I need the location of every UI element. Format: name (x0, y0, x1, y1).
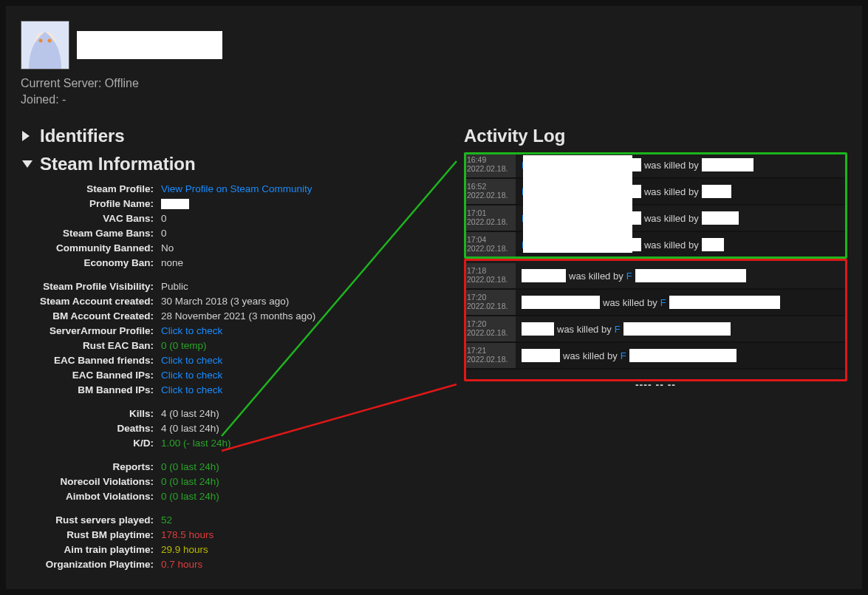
activity-row[interactable]: 17:202022.02.18.was killed byF (464, 290, 847, 316)
chevron-down-icon (21, 157, 34, 171)
redacted-name (522, 322, 554, 336)
player-link[interactable]: F (626, 271, 632, 282)
activity-row[interactable]: 17:042022.02.18.Fwas killed by (464, 232, 847, 259)
eac-friends-link[interactable]: Click to check (161, 355, 222, 366)
kd-value: 1.00 (- last 24h) (161, 436, 231, 451)
rust-eac-value: 0 (0 temp) (161, 339, 207, 353)
visibility-label: Steam Profile Visibility: (21, 279, 161, 294)
redacted-name (702, 238, 724, 251)
activity-date-separator: ---- -- -- (464, 378, 847, 390)
svg-point-3 (48, 39, 52, 43)
kill-text: was killed by (644, 160, 699, 171)
kill-text: was killed by (603, 297, 657, 308)
kd-label: K/D: (21, 436, 161, 451)
community-banned-label: Community Banned: (21, 241, 161, 256)
user-avatar[interactable] (21, 21, 69, 69)
deaths-row: Deaths:4 (0 last 24h) (21, 421, 457, 436)
player-link[interactable]: F (615, 324, 621, 335)
org-playtime-value: 0.7 hours (161, 557, 202, 572)
bm-created-label: BM Account Created: (21, 309, 161, 324)
economy-ban-label: Economy Ban: (21, 256, 161, 271)
profile-name-redacted (161, 199, 189, 209)
activity-log-title: Activity Log (464, 126, 847, 146)
game-bans-value: 0 (161, 226, 167, 241)
game-bans-label: Steam Game Bans: (21, 226, 161, 241)
org-playtime-label: Organization Playtime: (21, 557, 161, 572)
economy-ban-value: none (161, 256, 183, 271)
redacted-name (522, 296, 600, 309)
redacted-name (669, 296, 780, 309)
steam-profile-label: Steam Profile: (21, 182, 161, 197)
redacted-name (702, 211, 739, 225)
server-armour-label: ServerArmour Profile: (21, 324, 161, 339)
kills-value: 4 (0 last 24h) (161, 407, 219, 421)
username-redacted (77, 31, 222, 59)
kill-text: was killed by (644, 186, 699, 197)
redacted-name (522, 269, 566, 282)
eac-ips-label: EAC Banned IPs: (21, 368, 161, 383)
bm-playtime-value: 178.5 hours (161, 528, 213, 543)
redacted-name (702, 158, 753, 171)
eac-ips-link[interactable]: Click to check (161, 370, 222, 381)
vac-bans-label: VAC Bans: (21, 211, 161, 226)
kill-text: was killed by (569, 271, 623, 282)
reports-value: 0 (0 last 24h) (161, 460, 219, 475)
activity-timestamp: 17:042022.02.18. (464, 232, 516, 257)
player-link[interactable]: F (621, 350, 626, 361)
visibility-value: Public (161, 279, 188, 294)
activity-row[interactable]: 17:012022.02.18.Fwas killed by (464, 205, 847, 232)
redacted-name (629, 349, 737, 362)
identifiers-toggle[interactable]: Identifiers (21, 126, 457, 146)
bm-ips-label: BM Banned IPs: (21, 383, 161, 398)
kill-text: was killed by (563, 350, 618, 361)
redacted-name (702, 185, 731, 198)
rust-eac-label: Rust EAC Ban: (21, 339, 161, 353)
servers-played-label: Rust servers played: (21, 513, 161, 528)
redacted-name (522, 349, 560, 362)
kill-text: was killed by (557, 324, 612, 335)
norecoil-label: Norecoil Violations: (21, 475, 161, 489)
redacted-name (635, 269, 746, 282)
steam-profile-link[interactable]: View Profile on Steam Community (161, 183, 312, 194)
steam-created-label: Steam Account created: (21, 294, 161, 309)
kill-text: was killed by (644, 239, 699, 251)
server-armour-link[interactable]: Click to check (161, 325, 222, 336)
steam-created-value: 30 March 2018 (3 years ago) (161, 294, 289, 309)
activity-row[interactable]: 17:212022.02.18.was killed byF (464, 343, 847, 370)
profile-name-label: Profile Name: (21, 197, 161, 211)
vac-bans-value: 0 (161, 211, 167, 226)
reports-label: Reports: (21, 460, 161, 475)
activity-row[interactable]: 17:202022.02.18.was killed byF (464, 316, 847, 343)
svg-point-2 (39, 39, 43, 43)
deaths-value: 4 (0 last 24h) (161, 421, 219, 436)
aim-playtime-value: 29.9 hours (161, 543, 208, 557)
activity-timestamp: 16:492022.02.18. (464, 152, 516, 177)
activity-timestamp: 17:202022.02.18. (464, 316, 516, 341)
redacted-overlay (523, 155, 632, 253)
activity-timestamp: 17:202022.02.18. (464, 290, 516, 315)
player-link[interactable]: F (660, 297, 666, 308)
kills-row: Kills:4 (0 last 24h) (21, 407, 457, 421)
activity-timestamp: 16:522022.02.18. (464, 179, 516, 204)
aimbot-value: 0 (0 last 24h) (161, 489, 219, 504)
activity-timestamp: 17:182022.02.18. (464, 263, 516, 288)
steam-info-toggle[interactable]: Steam Information (21, 154, 457, 174)
eac-friends-label: EAC Banned friends: (21, 353, 161, 368)
activity-timestamp: 17:012022.02.18. (464, 205, 516, 231)
activity-row[interactable]: 16:492022.02.18.Fwas killed by (464, 152, 847, 179)
current-server: Current Server: Offline (21, 77, 847, 90)
community-banned-value: No (161, 241, 174, 256)
activity-log-list: 16:492022.02.18.Fwas killed by16:522022.… (464, 152, 847, 370)
bm-playtime-label: Rust BM playtime: (21, 528, 161, 543)
kill-text: was killed by (644, 213, 699, 224)
activity-row[interactable]: 17:182022.02.18.was killed byF (464, 263, 847, 290)
aim-playtime-label: Aim train playtime: (21, 543, 161, 557)
chevron-right-icon (21, 129, 34, 143)
joined-date: Joined: - (21, 93, 847, 106)
servers-played-value: 52 (161, 513, 172, 528)
bm-created-value: 28 November 2021 (3 months ago) (161, 309, 315, 324)
norecoil-value: 0 (0 last 24h) (161, 475, 219, 489)
bm-ips-link[interactable]: Click to check (161, 384, 222, 395)
aimbot-label: Aimbot Violations: (21, 489, 161, 504)
activity-row[interactable]: 16:522022.02.18.Fwas killed by (464, 179, 847, 205)
